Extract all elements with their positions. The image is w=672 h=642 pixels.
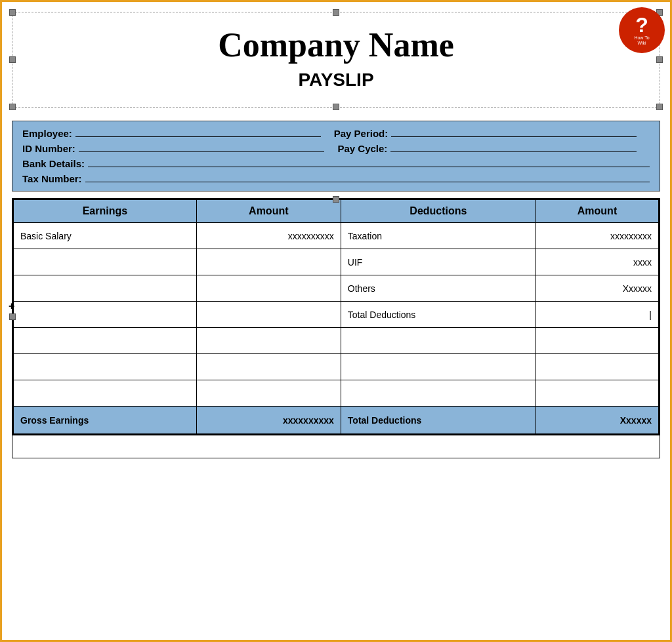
tax-number-row: Tax Number:: [22, 173, 650, 184]
payslip-title: PAYSLIP: [52, 70, 620, 90]
table-row: UIFxxxx: [14, 249, 659, 275]
deduction-cell: [341, 380, 536, 407]
earning-amount-cell: [196, 275, 341, 302]
table-resize-handle[interactable]: [333, 196, 339, 203]
earning-amount-cell: xxxxxxxxxx: [196, 223, 341, 249]
bank-details-label: Bank Details:: [22, 158, 85, 169]
earnings-header: Earnings: [14, 200, 197, 223]
pay-cycle-label: Pay Cycle:: [337, 143, 387, 154]
earning-cell: [14, 354, 197, 380]
logo-badge: ? How ToWiki: [619, 7, 665, 53]
logo-text: How ToWiki: [634, 35, 649, 47]
deduction-amount-cell: [536, 380, 659, 407]
earning-amount-cell: [196, 380, 341, 407]
left-resize-handle[interactable]: [9, 313, 16, 320]
deduction-amount-cell: |: [536, 302, 659, 328]
handle-br: [656, 104, 663, 110]
earning-cell: [14, 249, 197, 275]
earning-cell: [14, 328, 197, 354]
table-section: Earnings Amount Deductions Amount Basic …: [12, 198, 660, 435]
earning-cell: [14, 275, 197, 302]
handle-tc: [333, 9, 339, 16]
id-number-row: ID Number: Pay Cycle:: [22, 143, 650, 154]
total-deductions-value: Xxxxxx: [536, 407, 659, 434]
gross-earnings-label: Gross Earnings: [14, 407, 197, 434]
earning-cell: Basic Salary: [14, 223, 197, 249]
table-row: Total Deductions|: [14, 302, 659, 328]
deduction-cell: Others: [341, 275, 536, 302]
deductions-header: Deductions: [341, 200, 536, 223]
deduction-amount-cell: xxxx: [536, 249, 659, 275]
bank-details-row: Bank Details:: [22, 158, 650, 169]
pay-period-line: [391, 136, 637, 137]
table-header-row: Earnings Amount Deductions Amount: [14, 200, 659, 223]
handle-bl: [9, 104, 16, 110]
earning-amount-cell: [196, 302, 341, 328]
tax-number-label: Tax Number:: [22, 173, 82, 184]
earning-cell: [14, 302, 197, 328]
question-mark-icon: ?: [635, 14, 648, 35]
payslip-table: Earnings Amount Deductions Amount Basic …: [13, 199, 659, 434]
employee-label: Employee:: [22, 128, 72, 139]
header-section: Company Name PAYSLIP: [12, 12, 660, 108]
amount-deductions-header: Amount: [536, 200, 659, 223]
page-container: ? How ToWiki Company Name PAYSLIP Employ…: [0, 0, 672, 642]
table-row: [14, 328, 659, 354]
id-number-line: [79, 151, 325, 152]
bank-details-line: [88, 167, 650, 167]
gross-earnings-value: xxxxxxxxxx: [196, 407, 341, 434]
handle-tl: [9, 9, 16, 16]
deduction-amount-cell: Xxxxxx: [536, 275, 659, 302]
table-row: OthersXxxxxx: [14, 275, 659, 302]
employee-row: Employee: Pay Period:: [22, 128, 650, 139]
table-row: [14, 354, 659, 380]
pay-cycle-line: [390, 151, 637, 152]
table-row: Basic SalaryxxxxxxxxxxTaxationxxxxxxxxx: [14, 223, 659, 249]
deduction-cell: Total Deductions: [341, 302, 536, 328]
deduction-cell: [341, 354, 536, 380]
deduction-amount-cell: [536, 354, 659, 380]
tax-number-line: [85, 182, 650, 182]
info-section: Employee: Pay Period: ID Number: Pay Cyc…: [12, 121, 660, 191]
earning-amount-cell: [196, 354, 341, 380]
footer-row: Gross Earnings xxxxxxxxxx Total Deductio…: [14, 407, 659, 434]
company-name: Company Name: [52, 26, 620, 64]
total-deductions-label: Total Deductions: [341, 407, 536, 434]
pay-period-label: Pay Period:: [334, 128, 388, 139]
earning-cell: [14, 380, 197, 407]
earning-amount-cell: [196, 328, 341, 354]
amount-earnings-header: Amount: [196, 200, 341, 223]
handle-mr: [656, 56, 663, 63]
deduction-cell: UIF: [341, 249, 536, 275]
id-number-label: ID Number:: [22, 143, 75, 154]
handle-bc: [333, 104, 339, 110]
extra-empty-row: [12, 435, 660, 458]
deduction-cell: [341, 328, 536, 354]
deduction-cell: Taxation: [341, 223, 536, 249]
deduction-amount-cell: [536, 328, 659, 354]
table-row: [14, 380, 659, 407]
earning-amount-cell: [196, 249, 341, 275]
handle-ml: [9, 56, 16, 63]
deduction-amount-cell: xxxxxxxxx: [536, 223, 659, 249]
employee-line: [75, 136, 321, 137]
